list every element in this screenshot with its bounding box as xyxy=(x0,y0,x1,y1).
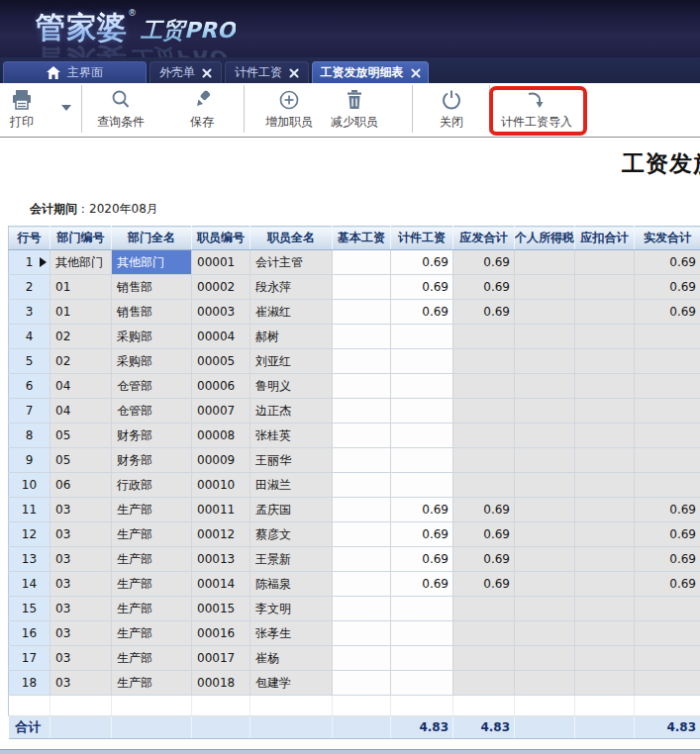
cell-tax[interactable] xyxy=(515,325,575,349)
cell-emp-name[interactable]: 刘亚红 xyxy=(250,349,333,374)
cell-tax[interactable] xyxy=(515,671,575,696)
cell-payable[interactable] xyxy=(453,424,515,448)
cell-payable[interactable]: 0.69 xyxy=(453,275,515,300)
remove-employee-button[interactable]: 减少职员 xyxy=(331,89,378,131)
cell-dept-code[interactable]: 03 xyxy=(50,522,112,547)
cell-base-wage[interactable] xyxy=(333,448,391,473)
cell-emp-code[interactable]: 00017 xyxy=(192,646,250,671)
cell-dept-code[interactable]: 05 xyxy=(50,448,112,473)
cell-emp-name[interactable]: 会计主管 xyxy=(250,250,333,275)
cell-base-wage[interactable] xyxy=(333,572,391,597)
cell-dept-name[interactable]: 行政部 xyxy=(112,473,192,498)
cell-actual[interactable]: 0.69 xyxy=(635,300,700,325)
cell-tax[interactable] xyxy=(515,250,575,275)
tab-piece-wage[interactable]: 计件工资 xyxy=(225,61,309,83)
cell-base-wage[interactable] xyxy=(333,621,391,646)
cell-actual[interactable] xyxy=(635,646,700,671)
cell-tax[interactable] xyxy=(515,572,575,597)
cell-emp-code[interactable]: 00003 xyxy=(192,300,250,325)
cell-emp-code[interactable]: 00007 xyxy=(192,399,250,424)
cell-piece-wage[interactable] xyxy=(391,597,453,621)
cell-piece-wage[interactable]: 0.69 xyxy=(391,250,453,275)
cell-payable[interactable] xyxy=(453,349,515,374)
cell-piece-wage[interactable] xyxy=(391,448,453,473)
cell-emp-name[interactable]: 段永萍 xyxy=(250,275,333,300)
cell-emp-code[interactable]: 00002 xyxy=(192,275,250,300)
cell-dept-name[interactable]: 生产部 xyxy=(112,572,192,597)
cell-emp-name[interactable]: 李文明 xyxy=(250,597,333,621)
cell-payable[interactable]: 0.69 xyxy=(453,300,515,325)
cell-base-wage[interactable] xyxy=(333,399,391,424)
cell-dept-name[interactable]: 销售部 xyxy=(112,300,192,325)
tab-salary-detail[interactable]: 工资发放明细表 xyxy=(312,61,429,83)
cell-dept-name[interactable]: 生产部 xyxy=(112,498,192,522)
cell-emp-code[interactable]: 00015 xyxy=(192,597,250,621)
cell-emp-code[interactable]: 00001 xyxy=(192,250,250,275)
cell-tax[interactable] xyxy=(515,399,575,424)
cell-piece-wage[interactable] xyxy=(391,399,453,424)
cell-deduct[interactable] xyxy=(575,399,635,424)
cell-actual[interactable]: 0.69 xyxy=(635,498,700,522)
cell-actual[interactable] xyxy=(635,349,700,374)
cell-row-number[interactable]: 9 xyxy=(9,448,50,473)
cell-row-number[interactable]: 13 xyxy=(9,547,50,572)
cell-emp-name[interactable]: 王景新 xyxy=(250,547,333,572)
cell-dept-name[interactable]: 其他部门 xyxy=(112,250,192,275)
cell-dept-code[interactable]: 03 xyxy=(50,597,112,621)
cell-payable[interactable]: 0.69 xyxy=(453,547,515,572)
cell-emp-code[interactable]: 00009 xyxy=(192,448,250,473)
save-button[interactable]: 保存 xyxy=(190,89,214,131)
cell-deduct[interactable] xyxy=(575,448,635,473)
cell-emp-name[interactable]: 蔡彦文 xyxy=(250,522,333,547)
cell-base-wage[interactable] xyxy=(333,522,391,547)
cell-deduct[interactable] xyxy=(575,300,635,325)
cell-row-number[interactable]: 7 xyxy=(9,399,50,424)
cell-tax[interactable] xyxy=(515,522,575,547)
cell-emp-code[interactable]: 00006 xyxy=(192,374,250,399)
cell-dept-code[interactable]: 06 xyxy=(50,473,112,498)
cell-emp-name[interactable]: 包建学 xyxy=(250,671,333,696)
cell-piece-wage[interactable] xyxy=(391,473,453,498)
cell-dept-name[interactable]: 生产部 xyxy=(112,646,192,671)
cell-tax[interactable] xyxy=(515,498,575,522)
cell-dept-code[interactable]: 02 xyxy=(50,349,112,374)
cell-piece-wage[interactable] xyxy=(391,646,453,671)
cell-piece-wage[interactable] xyxy=(391,671,453,696)
cell-deduct[interactable] xyxy=(575,597,635,621)
cell-payable[interactable]: 0.69 xyxy=(453,498,515,522)
cell-deduct[interactable] xyxy=(575,473,635,498)
cell-piece-wage[interactable] xyxy=(391,424,453,448)
cell-payable[interactable] xyxy=(453,374,515,399)
cell-dept-name[interactable]: 生产部 xyxy=(112,597,192,621)
cell-tax[interactable] xyxy=(515,646,575,671)
cell-piece-wage[interactable] xyxy=(391,349,453,374)
cell-tax[interactable] xyxy=(515,349,575,374)
cell-dept-name[interactable]: 采购部 xyxy=(112,349,192,374)
cell-emp-code[interactable]: 00018 xyxy=(192,671,250,696)
cell-actual[interactable]: 0.69 xyxy=(635,547,700,572)
cell-deduct[interactable] xyxy=(575,621,635,646)
cell-tax[interactable] xyxy=(515,473,575,498)
cell-row-number[interactable]: 10 xyxy=(9,473,50,498)
cell-piece-wage[interactable]: 0.69 xyxy=(391,300,453,325)
print-dropdown-icon[interactable] xyxy=(61,105,71,111)
cell-deduct[interactable] xyxy=(575,498,635,522)
cell-payable[interactable] xyxy=(453,671,515,696)
cell-payable[interactable] xyxy=(453,448,515,473)
cell-tax[interactable] xyxy=(515,547,575,572)
cell-emp-code[interactable]: 00012 xyxy=(192,522,250,547)
cell-emp-name[interactable]: 鲁明义 xyxy=(250,374,333,399)
cell-emp-code[interactable]: 00013 xyxy=(192,547,250,572)
cell-dept-name[interactable]: 财务部 xyxy=(112,424,192,448)
cell-base-wage[interactable] xyxy=(333,349,391,374)
cell-actual[interactable]: 0.69 xyxy=(635,572,700,597)
cell-emp-code[interactable]: 00004 xyxy=(192,325,250,349)
cell-piece-wage[interactable] xyxy=(391,621,453,646)
cell-payable[interactable] xyxy=(453,473,515,498)
cell-tax[interactable] xyxy=(515,374,575,399)
cell-row-number[interactable]: 4 xyxy=(9,325,50,349)
cell-dept-name[interactable]: 销售部 xyxy=(112,275,192,300)
cell-payable[interactable] xyxy=(453,399,515,424)
close-tab-icon[interactable] xyxy=(411,68,421,78)
cell-row-number[interactable]: 15 xyxy=(9,597,50,621)
